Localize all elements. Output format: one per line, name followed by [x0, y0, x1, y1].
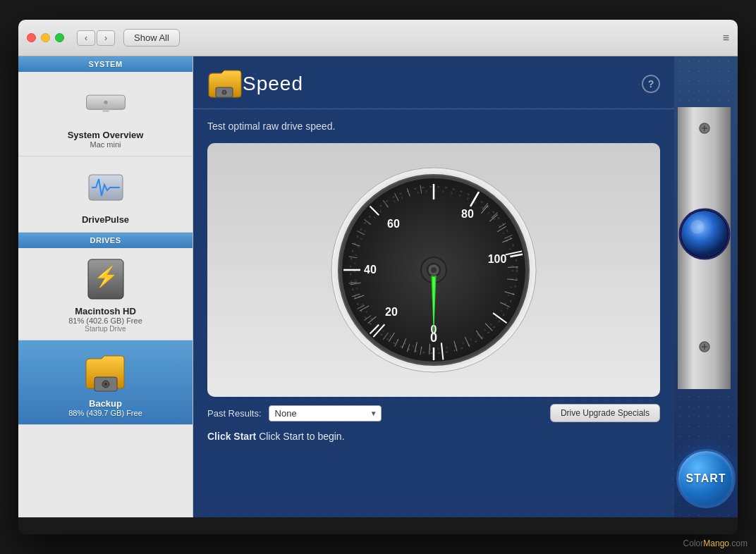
content-body: Test optimal raw drive speed.	[193, 109, 674, 517]
description-text: Test optimal raw drive speed.	[207, 121, 660, 132]
system-section-header: SYSTEM	[18, 56, 193, 72]
svg-text:40: 40	[364, 264, 377, 276]
minimize-button[interactable]	[41, 33, 50, 42]
start-btn-area[interactable]: START	[674, 440, 738, 517]
svg-point-2	[104, 100, 107, 104]
svg-point-83	[431, 267, 437, 273]
past-results-label: Past Results:	[207, 408, 262, 419]
sidebar-item-backup[interactable]: Backup 88% (439.7 GB) Free	[18, 340, 193, 425]
svg-point-88	[690, 220, 705, 234]
macintosh-hd-sublabel: 81% (402.6 GB) Free	[68, 316, 142, 325]
start-button[interactable]: START	[676, 449, 736, 508]
sidebar-item-drivepulse[interactable]: DrivePulse	[18, 156, 193, 233]
drives-section-header: DRIVES	[18, 233, 193, 248]
macintosh-hd-label: Macintosh HD	[75, 306, 136, 316]
close-button[interactable]	[27, 33, 36, 42]
bottom-bar: Past Results: None ▼ Drive Upgrade Speci…	[207, 397, 660, 425]
svg-point-87	[681, 211, 728, 257]
drivepulse-label: DrivePulse	[82, 214, 129, 225]
content-title: Speed	[243, 73, 303, 95]
hdd-visual	[675, 56, 737, 440]
back-button[interactable]: ‹	[77, 30, 95, 46]
svg-text:20: 20	[385, 306, 398, 318]
past-results-select[interactable]: None	[269, 405, 382, 421]
svg-text:60: 60	[387, 218, 400, 230]
past-results-select-wrapper[interactable]: None ▼	[269, 405, 382, 421]
sidebar-item-macintosh-hd[interactable]: ⚡ Macintosh HD 81% (402.6 GB) Free Start…	[18, 248, 193, 340]
window-footer: ColorMango.com	[18, 517, 738, 534]
main-area: SYSTEM S	[18, 56, 738, 517]
speedometer: 0	[328, 164, 539, 376]
right-panel: START	[674, 56, 738, 517]
show-all-button[interactable]: Show All	[123, 29, 180, 47]
svg-text:⚡: ⚡	[93, 265, 118, 288]
sidebar: SYSTEM S	[18, 56, 193, 517]
svg-text:80: 80	[461, 208, 474, 220]
drivepulse-icon	[83, 165, 128, 210]
gauge-container: 0	[207, 143, 660, 397]
click-start-text: Click Start Click Start to begin.	[207, 425, 660, 442]
svg-text:100: 100	[488, 253, 507, 265]
menu-icon[interactable]: ≡	[723, 32, 729, 44]
main-window: ‹ › Show All ≡ SYSTEM	[18, 20, 738, 534]
speed-icon	[207, 69, 243, 99]
content-header: Speed ?	[193, 56, 674, 109]
svg-point-8	[104, 383, 107, 386]
backup-label: Backup	[89, 398, 122, 409]
backup-sublabel: 88% (439.7 GB) Free	[68, 409, 142, 417]
system-overview-icon	[83, 80, 128, 125]
svg-point-10	[222, 90, 226, 94]
system-overview-label: System Overview	[68, 130, 144, 140]
backup-icon	[83, 349, 128, 394]
titlebar: ‹ › Show All ≡	[18, 20, 738, 56]
system-overview-sublabel: Mac mini	[90, 140, 121, 149]
macintosh-hd-icon: ⚡	[83, 257, 128, 302]
forward-button[interactable]: ›	[97, 30, 115, 46]
nav-buttons: ‹ ›	[77, 30, 115, 46]
maximize-button[interactable]	[55, 33, 64, 42]
help-icon[interactable]: ?	[642, 75, 660, 93]
sidebar-item-system-overview[interactable]: System Overview Mac mini	[18, 72, 193, 156]
content-area: Speed ? Test optimal raw drive speed.	[193, 56, 674, 517]
traffic-lights	[27, 33, 64, 42]
svg-rect-1	[102, 109, 109, 112]
macintosh-hd-startup: Startup Drive	[85, 325, 126, 333]
drive-upgrade-button[interactable]: Drive Upgrade Specials	[550, 404, 660, 422]
